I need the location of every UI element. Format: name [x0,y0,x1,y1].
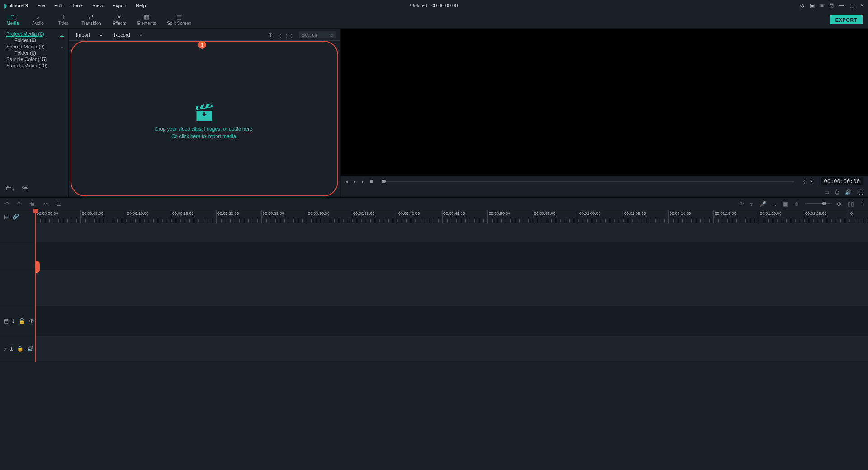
library-item-project-media[interactable]: Project Media (0) ⌄ [0,31,68,37]
grid-view-icon[interactable]: ⋮⋮⋮ [278,32,294,38]
ruler-segment[interactable]: 00:00:00:00 [35,210,80,223]
audio-track[interactable]: ♪ 1 🔓 🔊 [0,336,868,361]
delete-button[interactable]: 🗑 [30,201,35,207]
library-item-sample-video[interactable]: Sample Video (20) [0,62,68,69]
tab-audio[interactable]: ♪ Audio [25,12,51,28]
undo-button[interactable]: ↶ [5,201,9,207]
ruler-segment[interactable]: 00:00:10:00 [126,210,171,223]
ruler-segment[interactable]: 00:00:15:00 [171,210,216,223]
timeline-settings-icon[interactable]: ▤ [4,214,9,220]
library-item-folder[interactable]: Folder (0) [0,50,68,56]
minimize-button[interactable]: — [839,2,844,9]
library-item-shared-media[interactable]: Shared Media (0) ⌄ [0,43,68,50]
render-icon[interactable]: ⟳ [739,201,744,207]
fit-icon[interactable]: ▯▯ [848,201,854,207]
visibility-icon[interactable]: 👁 [29,318,34,324]
maximize-button[interactable]: ▢ [849,2,854,9]
zoom-out-icon[interactable]: ⊖ [794,201,799,207]
ruler-segment[interactable]: 00:00:20:00 [216,210,261,223]
mic-icon[interactable]: ⍔ [830,2,833,9]
tab-transition[interactable]: ⇄ Transition [76,12,107,28]
library-item-sample-color[interactable]: Sample Color (15) [0,56,68,62]
timeline-ruler[interactable]: 00:00:00:0000:00:05:0000:00:10:0000:00:1… [35,210,868,223]
ruler-segment[interactable]: 00:00:35:00 [352,210,397,223]
marker-icon[interactable]: ⍒ [750,201,753,207]
tab-titles[interactable]: T Titles [51,12,76,28]
ruler-segment[interactable]: 0 [849,210,868,223]
ruler-segment[interactable]: 00:01:10:00 [668,210,713,223]
prev-frame-button[interactable]: ◂ [345,179,348,185]
video-track[interactable]: ▤ 1 🔓 👁 [0,306,868,336]
menu-view[interactable]: View [89,1,107,9]
ruler-label: 00:00:20:00 [217,211,239,216]
ruler-segment[interactable]: 00:00:05:00 [80,210,126,223]
ruler-segment[interactable]: 00:01:00:00 [578,210,623,223]
search-input[interactable] [302,32,330,38]
mark-in-icon[interactable]: { [803,179,805,184]
playhead-grip[interactable] [35,261,40,273]
ruler-label: 00:00:35:00 [353,211,375,216]
zoom-slider[interactable] [805,203,830,204]
help-icon[interactable]: ? [860,201,863,207]
close-button[interactable]: ✕ [860,2,864,9]
film-icon[interactable]: ▤ [4,318,9,324]
ruler-segment[interactable]: 00:01:20:00 [759,210,804,223]
screen-icon[interactable]: ▭ [824,189,829,195]
open-folder-icon[interactable]: 🗁 [21,185,28,192]
media-dropzone[interactable]: Drop your video clips, images, or audio … [69,41,340,197]
ruler-segment[interactable]: 00:00:25:00 [261,210,307,223]
ruler-segment[interactable]: 00:00:50:00 [487,210,533,223]
ruler-segment[interactable]: 00:01:15:00 [713,210,759,223]
search-icon[interactable]: ⌕ [330,32,334,38]
ruler-segment[interactable]: 00:00:40:00 [397,210,442,223]
chevron-down-icon[interactable]: ⌄ [60,44,64,49]
ruler-segment[interactable]: 00:01:25:00 [804,210,849,223]
next-frame-button[interactable]: ▸ [362,179,364,185]
redo-button[interactable]: ↷ [17,201,22,207]
ruler-segment[interactable]: 00:00:55:00 [533,210,578,223]
crop-icon[interactable]: ▣ [783,201,788,207]
mixer-icon[interactable]: ♫ [773,201,777,207]
lock-icon[interactable]: 🔓 [19,318,25,324]
menu-tools[interactable]: Tools [68,1,87,9]
menu-file[interactable]: File [33,1,49,9]
snapshot-icon[interactable]: ⎙ [835,189,839,195]
mail-icon[interactable]: ✉ [820,2,825,9]
export-button[interactable]: EXPORT [830,15,863,24]
tab-splitscreen[interactable]: ▤ Split Screen [161,12,197,28]
menu-edit[interactable]: Edit [51,1,66,9]
preview-scrubber[interactable] [382,181,794,182]
import-dropdown[interactable]: Import ⌄ [72,31,107,38]
user-icon[interactable]: ◇ [800,2,804,9]
preview-canvas[interactable] [341,29,868,176]
tab-media[interactable]: 🗀 Media [0,12,25,28]
volume-icon[interactable]: 🔊 [845,189,852,195]
zoom-in-icon[interactable]: ⊕ [837,201,841,207]
playhead[interactable] [35,210,36,362]
tab-elements[interactable]: ▦ Elements [132,12,162,28]
play-button[interactable]: ▸ [354,179,356,185]
mark-out-icon[interactable]: } [811,179,812,184]
ruler-segment[interactable]: 00:00:45:00 [442,210,487,223]
split-button[interactable]: ✂ [43,201,48,207]
music-icon[interactable]: ♪ [4,346,6,352]
record-dropdown[interactable]: Record ⌄ [110,31,146,38]
lock-icon[interactable]: 🔓 [17,346,24,352]
ruler-segment[interactable]: 00:00:30:00 [307,210,352,223]
tab-effects[interactable]: ✦ Effects [107,12,132,28]
voiceover-icon[interactable]: 🎤 [760,201,766,207]
edit-button[interactable]: ☰ [56,201,61,207]
mute-icon[interactable]: 🔊 [27,346,34,352]
filter-icon[interactable]: ⫛ [268,32,274,38]
save-icon[interactable]: ▣ [810,2,815,9]
ruler-segment[interactable]: 00:01:05:00 [623,210,668,223]
menu-help[interactable]: Help [132,1,150,9]
media-toolbar-right: ⫛ ⋮⋮⋮ ⌕ [268,31,336,38]
link-icon[interactable]: 🔗 [12,214,19,220]
chevron-down-icon[interactable]: ⌄ [60,32,64,37]
stop-button[interactable]: ■ [370,179,373,184]
library-item-folder[interactable]: Folder (0) [0,37,68,43]
menu-export[interactable]: Export [108,1,130,9]
add-folder-icon[interactable]: 🗀₊ [5,185,15,192]
fullscreen-icon[interactable]: ⛶ [858,189,863,195]
